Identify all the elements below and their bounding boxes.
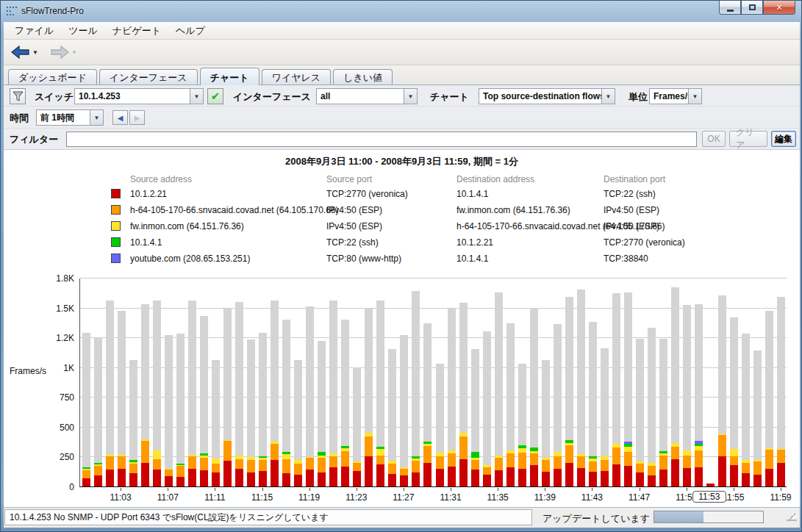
filter-funnel-button[interactable] bbox=[10, 88, 26, 104]
interface-combo[interactable]: all ▼ bbox=[316, 88, 418, 104]
menu-item-3[interactable]: ヘルプ bbox=[169, 23, 212, 39]
chart-bar[interactable] bbox=[530, 308, 538, 486]
units-combo[interactable]: Frames/s ▼ bbox=[649, 88, 702, 104]
chart-bar[interactable] bbox=[365, 308, 373, 486]
chart-bar[interactable] bbox=[495, 292, 503, 487]
chart-bar[interactable] bbox=[141, 304, 149, 486]
forward-button-group[interactable]: ▼ bbox=[50, 46, 77, 59]
chart-bar[interactable] bbox=[753, 351, 762, 486]
chart-bar[interactable] bbox=[341, 320, 349, 486]
tab-0[interactable]: ダッシュボード bbox=[8, 69, 97, 85]
chart-bar[interactable] bbox=[612, 293, 620, 486]
time-next-button[interactable]: ▶ bbox=[129, 110, 145, 125]
chart-bar[interactable] bbox=[259, 333, 267, 486]
chart-bar[interactable] bbox=[329, 301, 337, 486]
chart-bar[interactable] bbox=[247, 339, 255, 486]
chart-bar[interactable] bbox=[188, 301, 196, 486]
chart-bar[interactable] bbox=[235, 302, 243, 487]
close-button[interactable]: ✕ bbox=[763, 1, 795, 15]
minimize-button[interactable] bbox=[719, 1, 741, 15]
filter-ok-button[interactable]: OK bbox=[702, 131, 726, 147]
chart-bar[interactable] bbox=[176, 334, 185, 486]
chart-bar[interactable] bbox=[542, 360, 550, 486]
chart-bar[interactable] bbox=[223, 308, 232, 486]
chart-bar[interactable] bbox=[730, 317, 738, 486]
chart-bar[interactable] bbox=[671, 287, 679, 486]
x-tick-label-highlighted[interactable]: 11:53 bbox=[692, 491, 726, 503]
time-prev-button[interactable]: ◀ bbox=[112, 110, 128, 125]
chart-bar[interactable] bbox=[388, 349, 396, 486]
chart-bar[interactable] bbox=[459, 303, 468, 486]
filter-edit-button[interactable]: 編集 bbox=[771, 131, 796, 147]
switch-combo-arrow-icon[interactable]: ▼ bbox=[190, 89, 203, 104]
apply-switch-button[interactable]: ✔ bbox=[207, 88, 223, 104]
time-combo-arrow-icon[interactable]: ▼ bbox=[90, 110, 103, 125]
chart-bar[interactable] bbox=[554, 324, 562, 486]
resize-grip-icon[interactable] bbox=[787, 514, 797, 521]
chart-bar[interactable] bbox=[695, 304, 703, 486]
chart-bar[interactable] bbox=[777, 297, 785, 486]
chart-bar[interactable] bbox=[718, 295, 726, 486]
chart-bar[interactable] bbox=[376, 301, 384, 486]
title-bar[interactable]: sFlowTrend-Pro ✕ bbox=[1, 1, 801, 22]
chart-bar[interactable] bbox=[400, 335, 408, 486]
chart-type-combo-arrow-icon[interactable]: ▼ bbox=[601, 89, 615, 104]
chart-bar[interactable] bbox=[471, 349, 479, 486]
chart-bar[interactable] bbox=[129, 360, 137, 486]
chart-bar[interactable] bbox=[589, 322, 597, 486]
back-button-group[interactable]: ▼ bbox=[11, 46, 38, 59]
chart-bar[interactable] bbox=[306, 306, 314, 486]
chart-bar[interactable] bbox=[601, 348, 609, 486]
chart-bar[interactable] bbox=[659, 339, 667, 486]
chart-bar[interactable] bbox=[683, 305, 691, 486]
units-combo-arrow-icon[interactable]: ▼ bbox=[688, 89, 701, 104]
chart-bar[interactable] bbox=[294, 360, 302, 486]
chart-bar[interactable] bbox=[436, 364, 444, 486]
chart-bar[interactable] bbox=[483, 331, 491, 486]
chart-bar[interactable] bbox=[118, 311, 126, 486]
chart-bar[interactable] bbox=[518, 364, 526, 486]
bar-segment bbox=[306, 458, 314, 470]
bar-segment bbox=[459, 436, 468, 459]
chart-bar[interactable] bbox=[648, 328, 656, 486]
chart-bar[interactable] bbox=[82, 333, 90, 486]
chart-bar[interactable] bbox=[106, 301, 114, 486]
menu-item-2[interactable]: ナビゲート bbox=[106, 23, 168, 39]
menu-item-0[interactable]: ファイル bbox=[8, 23, 60, 39]
chart-bar[interactable] bbox=[765, 311, 773, 486]
tab-2[interactable]: チャート bbox=[200, 68, 259, 85]
maximize-button[interactable] bbox=[741, 1, 763, 15]
chart-bar[interactable] bbox=[506, 323, 515, 486]
chart-bar[interactable] bbox=[636, 339, 644, 486]
chart-bar[interactable] bbox=[353, 367, 361, 486]
chart-bar[interactable] bbox=[153, 301, 161, 486]
chart-bar[interactable] bbox=[94, 337, 102, 486]
interface-combo-arrow-icon[interactable]: ▼ bbox=[404, 89, 417, 104]
switch-combo[interactable]: 10.1.4.253 ▼ bbox=[74, 88, 204, 104]
chart-bar[interactable] bbox=[282, 320, 290, 486]
chart-bar[interactable] bbox=[412, 291, 420, 486]
back-history-dropdown-icon[interactable]: ▼ bbox=[32, 49, 38, 56]
filter-input[interactable] bbox=[66, 132, 697, 147]
menu-item-1[interactable]: ツール bbox=[62, 23, 104, 39]
tab-4[interactable]: しきい値 bbox=[333, 69, 393, 85]
chart-bar[interactable] bbox=[577, 290, 585, 486]
chart-bar[interactable] bbox=[706, 484, 715, 486]
chart-bar[interactable] bbox=[318, 341, 326, 486]
chart-bar[interactable] bbox=[742, 334, 750, 486]
chart-bar[interactable] bbox=[565, 297, 573, 486]
chart-bar[interactable] bbox=[200, 316, 208, 486]
chart-bar[interactable] bbox=[165, 335, 173, 486]
bar-segment bbox=[530, 453, 538, 464]
tab-3[interactable]: ワイヤレス bbox=[262, 69, 332, 85]
time-combo[interactable]: 前 1時間 ▼ bbox=[36, 109, 104, 126]
filter-clear-button[interactable]: クリア bbox=[729, 131, 767, 147]
tab-1[interactable]: インターフェース bbox=[99, 69, 198, 85]
chart-bar[interactable] bbox=[624, 292, 632, 486]
chart-bar[interactable] bbox=[271, 301, 279, 486]
chart-bar[interactable] bbox=[448, 308, 456, 486]
bar-segment bbox=[765, 469, 773, 486]
chart-type-combo[interactable]: Top source-destination flows ▼ bbox=[479, 88, 615, 104]
chart-bar[interactable] bbox=[212, 360, 220, 486]
chart-bar[interactable] bbox=[423, 323, 432, 486]
